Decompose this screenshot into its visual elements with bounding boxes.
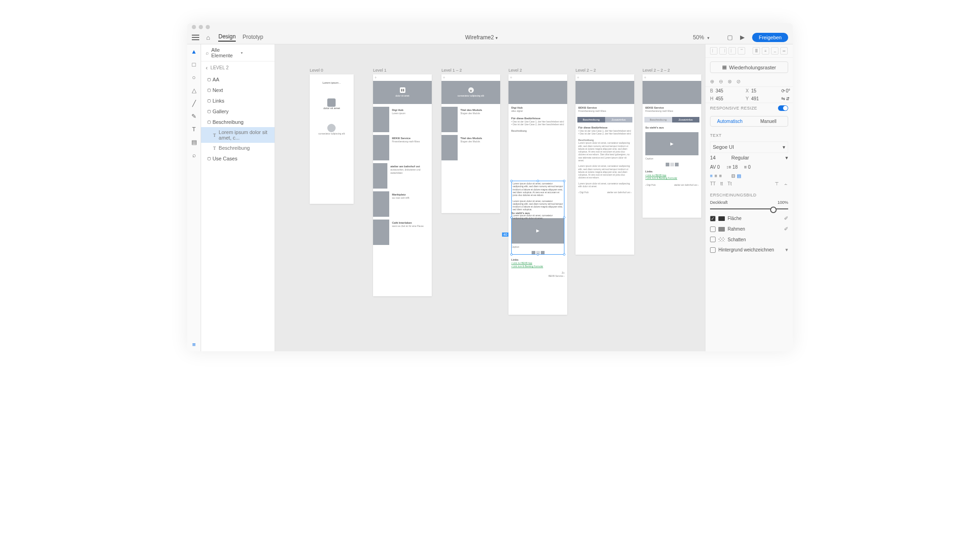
list-item[interactable]: BEKB ServiceFinanzberatung nach Mass bbox=[373, 135, 432, 160]
font-weight-dropdown[interactable]: Regular▾ bbox=[731, 155, 788, 161]
polygon-tool-icon[interactable]: △ bbox=[191, 87, 197, 93]
layer-item[interactable]: Next bbox=[201, 85, 275, 95]
add-icon[interactable]: + bbox=[443, 75, 499, 80]
layer-item[interactable]: Beschreibung bbox=[201, 143, 275, 153]
shadow-swatch[interactable] bbox=[718, 237, 725, 242]
blur-checkbox[interactable] bbox=[710, 247, 716, 253]
ellipse-tool-icon[interactable]: ○ bbox=[191, 74, 197, 80]
underline-icon[interactable]: ⊤ bbox=[775, 181, 779, 186]
titlecase-icon[interactable]: Tt bbox=[728, 181, 732, 186]
exclude-op-icon[interactable]: ⊘ bbox=[736, 79, 741, 85]
flip-v-icon[interactable]: ⇵ bbox=[786, 96, 790, 101]
eyedropper-icon[interactable]: ✐ bbox=[784, 215, 788, 221]
share-button[interactable]: Freigeben bbox=[752, 33, 788, 42]
home-icon[interactable]: ⌂ bbox=[206, 34, 210, 41]
list-item[interactable]: Café Interlakenwenn es Zeit ist für eine… bbox=[373, 220, 432, 245]
zoom-level[interactable]: 50% ▾ bbox=[693, 34, 710, 41]
layer-item[interactable]: Use Cases bbox=[201, 153, 275, 164]
eyedropper-icon[interactable]: ✐ bbox=[784, 226, 788, 232]
layer-item-selected[interactable]: Lorem ipsum dolor sit amet, c... bbox=[201, 127, 275, 143]
add-icon[interactable]: + bbox=[577, 75, 633, 80]
align-top-icon[interactable]: ⎺ bbox=[738, 47, 745, 55]
blur-row[interactable]: Hintergrund weichzeichnen▾ bbox=[705, 244, 793, 255]
align-left-icon[interactable]: ⎸ bbox=[710, 47, 717, 55]
add-icon[interactable]: + bbox=[374, 75, 430, 80]
fill-swatch[interactable] bbox=[718, 216, 725, 221]
play-icon[interactable]: ▶ bbox=[740, 34, 745, 41]
rotation-field[interactable]: ⟳ 0° bbox=[777, 87, 793, 95]
artboard-tool-icon[interactable]: ▤ bbox=[191, 139, 197, 145]
shadow-row[interactable]: Schatten bbox=[705, 234, 793, 244]
text-align-left-icon[interactable]: ≡ bbox=[710, 173, 713, 178]
artboard-label[interactable]: Level 2 – 2 bbox=[576, 68, 596, 73]
zoom-tool-icon[interactable]: ⌕ bbox=[191, 152, 197, 158]
text-align-right-icon[interactable]: ≡ bbox=[719, 173, 722, 178]
distribute-v-icon[interactable]: ≡ bbox=[762, 47, 769, 55]
repeat-grid-button[interactable]: ▦Wiederholungsraster bbox=[710, 61, 788, 73]
line-tool-icon[interactable]: ╱ bbox=[191, 100, 197, 106]
select-tool-icon[interactable]: ▲ bbox=[191, 48, 197, 55]
artboard-level-2-2[interactable]: Level 2 – 2 + BEKB ServiceFinanzberatung… bbox=[576, 74, 634, 255]
resize-mode-toggle[interactable]: AutomatischManuell bbox=[710, 116, 788, 127]
border-checkbox[interactable] bbox=[710, 226, 716, 232]
align-right-icon[interactable]: ⎸ bbox=[729, 47, 736, 55]
add-icon[interactable]: + bbox=[644, 75, 700, 80]
layer-item[interactable]: Beschreibung bbox=[201, 116, 275, 127]
traffic-light-max[interactable] bbox=[206, 25, 210, 29]
letter-spacing-field[interactable]: AV 0 bbox=[710, 165, 720, 170]
x-field[interactable]: X15 bbox=[741, 87, 777, 95]
tab-prototype[interactable]: Prototyp bbox=[243, 34, 263, 41]
layers-icon[interactable]: ≡ bbox=[191, 341, 197, 348]
y-field[interactable]: Y491 bbox=[741, 95, 777, 103]
height-field[interactable]: H455 bbox=[705, 95, 741, 103]
artboard-level-2-2-2[interactable]: Level 2 – 2 – 2 + BEKB ServiceFinanzbera… bbox=[643, 74, 701, 218]
layer-item[interactable]: Links bbox=[201, 95, 275, 106]
document-title[interactable]: Wireframe2▾ bbox=[270, 34, 693, 41]
canvas[interactable]: Level 0 Lorem ipsum... dolor sit amet co… bbox=[275, 44, 705, 351]
opacity-slider[interactable] bbox=[710, 208, 788, 209]
tab-beschreibung[interactable]: Beschreibung bbox=[577, 117, 605, 122]
artboard-level-2[interactable]: Level 2 + Digi Huballes digital Für dies… bbox=[508, 74, 567, 315]
hamburger-icon[interactable] bbox=[192, 35, 199, 40]
artboard-label[interactable]: Level 1 bbox=[373, 68, 386, 73]
layer-item[interactable]: AA bbox=[201, 74, 275, 85]
breadcrumb[interactable]: LEVEL 2 bbox=[201, 61, 275, 74]
artboard-label[interactable]: Level 2 bbox=[508, 68, 522, 73]
fill-row[interactable]: ✓Fläche✐ bbox=[705, 213, 793, 224]
add-op-icon[interactable]: ⊕ bbox=[710, 79, 714, 85]
traffic-light-min[interactable] bbox=[199, 25, 203, 29]
layer-search[interactable]: Alle Elemente▾ bbox=[201, 44, 275, 61]
align-mid-v-icon[interactable]: ═ bbox=[780, 47, 788, 55]
flip-h-icon[interactable]: ⇋ bbox=[781, 96, 786, 101]
artboard-label[interactable]: Level 0 bbox=[310, 68, 323, 73]
selection-box[interactable]: Lorem ipsum dolor sit amet, consetetur s… bbox=[511, 181, 564, 255]
artboard-label[interactable]: Level 2 – 2 – 2 bbox=[643, 68, 670, 73]
width-field[interactable]: B345 bbox=[705, 87, 741, 95]
tab-zusatzinfos[interactable]: Zusatzinfos bbox=[605, 117, 633, 122]
border-swatch[interactable] bbox=[718, 227, 725, 232]
text-tool-icon[interactable]: T bbox=[191, 126, 197, 132]
line-height-field[interactable]: ↕≡ 18 bbox=[726, 165, 738, 170]
font-family-dropdown[interactable]: Segoe UI▾ bbox=[710, 141, 788, 153]
align-bottom-icon[interactable]: ⎽ bbox=[771, 47, 778, 55]
pen-tool-icon[interactable]: ✎ bbox=[191, 113, 197, 119]
align-center-h-icon[interactable]: ⎹ bbox=[719, 47, 727, 55]
strikethrough-icon[interactable]: ⫠ bbox=[784, 181, 788, 186]
artboard-level-1[interactable]: Level 1 + ▮▮dolor sit amet Digi HubLorem… bbox=[373, 74, 432, 296]
artboard-level-0[interactable]: Level 0 Lorem ipsum... dolor sit amet co… bbox=[310, 74, 354, 204]
list-item[interactable]: Digi HubLorem ipsum bbox=[373, 107, 432, 132]
font-size-field[interactable]: 14 bbox=[710, 155, 729, 161]
text-align-center-icon[interactable]: ≡ bbox=[715, 173, 717, 178]
area-text-icon[interactable]: ▤ bbox=[737, 173, 741, 178]
artboard-label[interactable]: Level 1 – 2 bbox=[441, 68, 462, 73]
add-icon[interactable]: + bbox=[510, 75, 566, 80]
list-item[interactable]: atelier am bahnhof ostaustauschen, disku… bbox=[373, 163, 432, 189]
lowercase-icon[interactable]: tt bbox=[720, 181, 723, 186]
tab-design[interactable]: Design bbox=[218, 33, 235, 42]
tab-zusatzinfos[interactable]: Zusatzinfos bbox=[672, 117, 700, 122]
responsive-toggle[interactable] bbox=[778, 105, 788, 111]
point-text-icon[interactable]: ⊟ bbox=[731, 173, 735, 178]
artboard-level-1-2[interactable]: Level 1 – 2 + ◉consectetur adipiscing el… bbox=[441, 74, 500, 213]
tab-beschreibung[interactable]: Beschreibung bbox=[644, 117, 672, 122]
intersect-op-icon[interactable]: ⊗ bbox=[728, 79, 732, 85]
